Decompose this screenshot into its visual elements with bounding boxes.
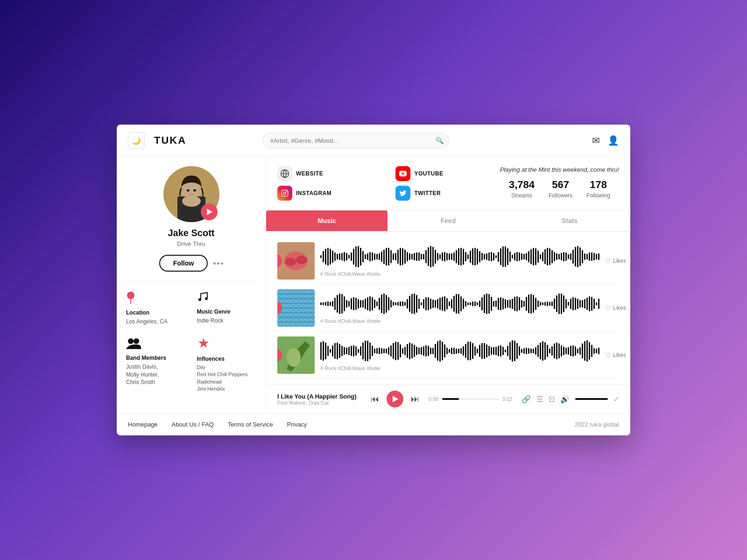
- theme-toggle-button[interactable]: 🌙: [128, 132, 145, 149]
- avatar: [163, 166, 219, 222]
- band-info: Band Members Justin Davis, Molly Hunter,…: [126, 337, 186, 393]
- waveform-bar: [439, 340, 441, 362]
- waveform-bar: [509, 342, 511, 359]
- waveform-bar: [355, 298, 357, 310]
- footer-about[interactable]: About Us / FAQ: [172, 421, 214, 428]
- waveform-bar: [381, 252, 382, 262]
- waveform-bar: [460, 248, 462, 266]
- tab-stats[interactable]: Stats: [509, 210, 630, 231]
- waveform-bar: [337, 295, 338, 313]
- user-icon[interactable]: 👤: [607, 135, 619, 146]
- waveform-bar: [572, 345, 574, 357]
- waveform-bar: [556, 343, 557, 359]
- pip-icon[interactable]: ⊡: [549, 395, 555, 404]
- waveform-bar: [491, 347, 492, 355]
- expand-icon[interactable]: ⤢: [613, 395, 619, 403]
- track-item: # Rock #Chill-Wave #Indie ♡ Likes ⤴ Shar…: [277, 332, 619, 379]
- waveform-bar: [390, 250, 392, 264]
- likes-button[interactable]: ♡ Likes: [605, 257, 626, 265]
- waveform-bar: [351, 298, 352, 309]
- waveform-bar: [579, 300, 581, 308]
- waveform-bars[interactable]: [320, 245, 599, 268]
- waveform-bar: [488, 294, 490, 313]
- waveform-bar: [386, 248, 387, 266]
- track-tags: # Rock #Chill-Wave #Indie: [320, 365, 599, 371]
- waveform-bars[interactable]: [320, 339, 599, 363]
- youtube-icon: [395, 166, 410, 181]
- waveform-bar: [589, 252, 590, 261]
- avatar-play-button[interactable]: [201, 203, 218, 220]
- more-button[interactable]: [213, 262, 223, 265]
- waveform-bar: [435, 344, 436, 357]
- instagram-link[interactable]: INSTAGRAM: [277, 186, 381, 201]
- waveform-bar: [388, 248, 389, 265]
- waveform-bar: [386, 349, 387, 353]
- waveform-bar: [586, 254, 588, 259]
- waveform-bar: [374, 300, 375, 308]
- waveform-bar: [591, 345, 592, 357]
- waveform-bar: [472, 301, 473, 306]
- link-icon[interactable]: 🔗: [521, 395, 531, 404]
- waveform-bar: [444, 344, 445, 358]
- twitter-link[interactable]: TWITTER: [395, 186, 500, 201]
- list-icon[interactable]: ☰: [536, 395, 543, 404]
- svg-point-5: [187, 189, 190, 192]
- waveform-bar: [593, 253, 595, 260]
- waveform-bar: [528, 294, 529, 314]
- waveform-bar: [365, 299, 366, 309]
- waveform-bar: [477, 349, 478, 353]
- waveform-bar: [449, 253, 450, 259]
- waveform-bar: [341, 294, 343, 314]
- volume-icon[interactable]: 🔊: [560, 395, 570, 404]
- waveform-bar: [479, 345, 480, 357]
- waveform-bar: [577, 349, 578, 354]
- waveform-bar: [544, 342, 546, 360]
- waveform-bar: [416, 252, 417, 261]
- footer-privacy[interactable]: Privacy: [287, 421, 307, 428]
- track-tags: # Rock #Chill-Wave #Indie: [320, 271, 599, 277]
- band-label: Band Members: [126, 355, 166, 361]
- header-actions: ✉ 👤: [592, 135, 619, 146]
- website-link[interactable]: WEBSITE: [277, 166, 381, 181]
- tab-feed[interactable]: Feed: [388, 210, 509, 231]
- tab-music[interactable]: Music: [266, 210, 388, 231]
- waveform-bar: [551, 250, 553, 263]
- waveform-bar: [519, 297, 520, 310]
- footer-terms[interactable]: Terms of Service: [228, 421, 273, 428]
- progress-bar[interactable]: [442, 398, 498, 400]
- waveform-bar: [486, 253, 487, 260]
- waveform-bar: [500, 248, 501, 265]
- play-pause-button[interactable]: [387, 391, 403, 407]
- likes-button[interactable]: ♡ Likes: [605, 351, 626, 359]
- waveform-bar: [561, 345, 562, 357]
- search-input[interactable]: [262, 133, 449, 148]
- next-button[interactable]: ⏭: [411, 394, 419, 404]
- prev-button[interactable]: ⏮: [371, 394, 379, 404]
- artist-name: Jake Scott: [168, 228, 214, 238]
- waveform-bars[interactable]: [320, 292, 599, 315]
- waveform-bar: [383, 349, 385, 353]
- waveform-bar: [358, 299, 359, 308]
- waveform-bar: [493, 347, 494, 354]
- volume-bar[interactable]: [575, 398, 608, 400]
- svg-point-24: [287, 348, 301, 367]
- waveform-bar: [327, 248, 329, 266]
- waveform-bar: [558, 343, 560, 358]
- waveform-bar: [416, 347, 417, 355]
- waveform-bar: [460, 348, 462, 354]
- svg-rect-22: [277, 289, 315, 327]
- track-waveform: # Rock #Chill-Wave #Indie: [320, 245, 599, 277]
- waveform-bar: [544, 249, 546, 265]
- waveform-bar: [330, 249, 331, 265]
- waveform-bar: [547, 248, 548, 266]
- app-window: 🌙 TUKA 🔍 ✉ 👤: [117, 125, 630, 435]
- waveform-bar: [540, 254, 541, 259]
- follow-button[interactable]: Follow: [159, 255, 208, 272]
- waveform-bar: [470, 302, 471, 305]
- likes-button[interactable]: ♡ Likes: [605, 304, 626, 312]
- player-extras: 🔗 ☰ ⊡ 🔊 ⤢: [521, 395, 619, 404]
- waveform-bar: [582, 300, 583, 308]
- youtube-link[interactable]: YOUTUBE: [395, 166, 500, 181]
- footer-homepage[interactable]: Homepage: [128, 421, 158, 428]
- mail-icon[interactable]: ✉: [592, 135, 600, 146]
